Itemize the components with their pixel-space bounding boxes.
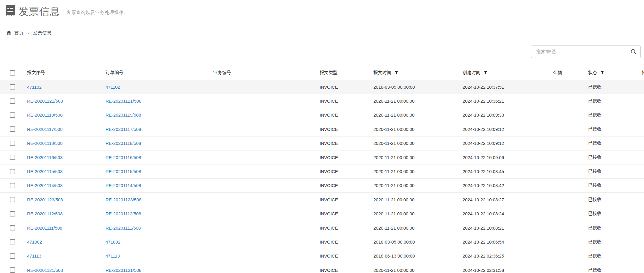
table-row: 471113471113INVOICE2018-06-13 00:00:0020… [0, 249, 644, 263]
cell-status: 已接收 [562, 150, 642, 164]
msg-no-link[interactable]: RE-20201111/508 [27, 225, 62, 230]
cell-biz-no [213, 193, 320, 207]
order-no-link[interactable]: RE-20201121/508 [106, 98, 142, 103]
cell-order-no: RE-20201123/508 [106, 193, 213, 207]
cell-ops [642, 108, 644, 122]
cell-msg-type: INVOICE [320, 193, 373, 207]
msg-no-link[interactable]: RE-20201119/508 [27, 112, 63, 117]
table-row: RE-20201116/508RE-20201116/508INVOICE202… [0, 150, 644, 164]
cell-amount [549, 136, 562, 150]
cell-biz-no [213, 207, 320, 221]
row-checkbox[interactable] [10, 98, 15, 104]
column-header-ops: 操作 [642, 66, 644, 80]
order-no-link[interactable]: 471102 [106, 84, 120, 90]
column-header-msg-time: 报文时间 [373, 66, 463, 80]
cell-msg-no: RE-20201121/508 [27, 263, 106, 273]
cell-amount [549, 80, 562, 94]
column-header-label-status: 状态 [588, 70, 597, 76]
row-checkbox[interactable] [10, 183, 15, 188]
order-no-link[interactable]: RE-20201112/508 [106, 211, 141, 216]
cell-created-time: 2024-10-22 10:08:42 [463, 178, 549, 192]
order-no-link[interactable]: RE-20201118/508 [106, 141, 141, 146]
row-checkbox[interactable] [10, 84, 15, 90]
row-checkbox[interactable] [10, 141, 15, 146]
row-checkbox[interactable] [10, 225, 15, 230]
cell-status: 已接收 [562, 193, 642, 207]
column-header-label-biz-no: 业务编号 [213, 70, 231, 76]
row-checkbox[interactable] [10, 155, 15, 160]
row-checkbox[interactable] [10, 126, 15, 132]
msg-no-link[interactable]: 471113 [27, 253, 41, 258]
cell-msg-time: 2020-11-21 00:00:00 [373, 94, 463, 108]
cell-msg-no: 471002 [27, 235, 106, 249]
cell-status: 已接收 [562, 94, 642, 108]
cell-biz-no [213, 108, 320, 122]
filter-icon-msg-time[interactable] [395, 70, 398, 75]
msg-no-link[interactable]: RE-20201116/508 [27, 155, 63, 160]
cell-msg-no: RE-20201111/508 [27, 221, 106, 235]
cell-biz-no [213, 178, 320, 192]
cell-msg-type: INVOICE [320, 150, 373, 164]
cell-amount [549, 164, 562, 178]
msg-no-link[interactable]: 471102 [27, 84, 42, 90]
page-subtitle: 发票查询以及业务处理操作. [67, 10, 125, 15]
table-row: RE-20201119/508RE-20201119/508INVOICE202… [0, 108, 644, 122]
msg-no-link[interactable]: RE-20201121/508 [27, 268, 63, 273]
cell-msg-no: 471113 [27, 249, 106, 263]
row-checkbox[interactable] [10, 197, 15, 202]
row-checkbox[interactable] [10, 211, 15, 216]
breadcrumb-home-link[interactable]: 首页 [7, 30, 23, 36]
cell-msg-time: 2020-11-21 00:00:00 [373, 207, 463, 221]
cell-msg-no: RE-20201116/508 [27, 150, 106, 164]
msg-no-link[interactable]: RE-20201118/508 [27, 141, 63, 146]
row-select-cell [0, 108, 27, 122]
filter-icon-created-time[interactable] [484, 70, 488, 75]
select-all-checkbox[interactable] [10, 70, 15, 76]
cell-msg-no: RE-20201119/508 [27, 108, 106, 122]
row-checkbox[interactable] [10, 169, 15, 174]
cell-order-no: RE-20201121/508 [106, 94, 213, 108]
order-no-link[interactable]: RE-20201115/508 [106, 169, 141, 174]
msg-no-link[interactable]: RE-20201121/508 [27, 98, 63, 103]
cell-biz-no [213, 263, 320, 273]
msg-no-link[interactable]: RE-20201114/508 [27, 183, 63, 188]
order-no-link[interactable]: RE-20201114/508 [106, 183, 141, 188]
cell-msg-type: INVOICE [320, 80, 373, 94]
order-no-link[interactable]: 471113 [106, 253, 120, 258]
search-icon[interactable] [630, 48, 637, 56]
msg-no-link[interactable]: RE-20201117/508 [27, 127, 63, 132]
order-no-link[interactable]: RE-20201119/508 [106, 112, 141, 117]
order-no-link[interactable]: RE-20201111/508 [106, 225, 141, 230]
msg-no-link[interactable]: RE-20201115/508 [27, 169, 63, 174]
table-row: RE-20201118/508RE-20201118/508INVOICE202… [0, 136, 644, 150]
filter-icon-status[interactable] [600, 70, 604, 75]
table-row: RE-20201123/508RE-20201123/508INVOICE202… [0, 193, 644, 207]
cell-created-time: 2024-10-22 10:09:33 [463, 108, 549, 122]
msg-no-link[interactable]: RE-20201112/508 [27, 211, 63, 216]
row-select-cell [0, 80, 27, 94]
cell-ops [642, 235, 644, 249]
table-row: RE-20201115/508RE-20201115/508INVOICE202… [0, 164, 644, 178]
row-checkbox[interactable] [10, 253, 15, 259]
cell-msg-type: INVOICE [320, 207, 373, 221]
row-select-cell [0, 193, 27, 207]
search-input[interactable] [531, 45, 641, 58]
column-header-status: 状态 [562, 66, 642, 80]
cell-ops [642, 164, 644, 178]
order-no-link[interactable]: RE-20201123/508 [106, 197, 142, 202]
row-checkbox[interactable] [10, 112, 15, 118]
order-no-link[interactable]: 471002 [106, 239, 120, 244]
order-no-link[interactable]: RE-20201117/508 [106, 127, 141, 132]
cell-amount [549, 207, 562, 221]
row-checkbox[interactable] [10, 239, 15, 244]
cell-ops [642, 80, 644, 94]
msg-no-link[interactable]: 471002 [27, 239, 42, 244]
cell-created-time: 2024-10-22 10:09:12 [463, 122, 549, 136]
cell-ops [642, 94, 644, 108]
page-header: 发票信息 发票查询以及业务处理操作. [5, 5, 125, 18]
row-checkbox[interactable] [10, 267, 15, 273]
msg-no-link[interactable]: RE-20201123/508 [27, 197, 63, 202]
table-row: RE-20201112/508RE-20201112/508INVOICE202… [0, 207, 644, 221]
order-no-link[interactable]: RE-20201121/508 [106, 268, 142, 273]
order-no-link[interactable]: RE-20201116/508 [106, 155, 141, 160]
